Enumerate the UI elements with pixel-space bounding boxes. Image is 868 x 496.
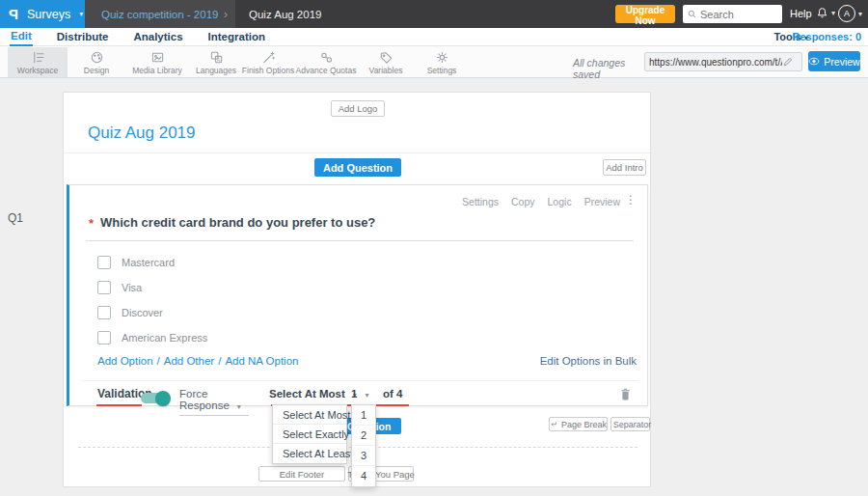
tab-edit[interactable]: Edit — [10, 28, 33, 46]
answer-option-row: Mastercard — [97, 256, 175, 269]
option-checkbox[interactable] — [97, 281, 111, 294]
option-label[interactable]: American Express — [122, 332, 207, 344]
breadcrumb: Quiz competition - 2019 › — [85, 0, 235, 28]
menu-item-select-exactly[interactable]: Select Exactly — [273, 425, 346, 444]
option-label[interactable]: Mastercard — [122, 257, 175, 268]
delete-question-icon[interactable] — [619, 387, 632, 401]
menu-item-select-at-most[interactable]: Select At Most — [273, 405, 346, 425]
page-break-button[interactable]: Page Break — [549, 417, 608, 431]
tab-analytics[interactable]: Analytics — [132, 29, 183, 45]
search-icon — [688, 9, 696, 19]
validation-count-dropdown[interactable]: 1▾ — [351, 388, 368, 400]
edit-footer-button[interactable]: Edit Footer — [258, 466, 345, 482]
tab-integration[interactable]: Integration — [207, 29, 266, 45]
toggle-knob — [155, 391, 171, 406]
questionpro-survey-editor: P Surveys ▾ Quiz competition - 2019 › Qu… — [0, 0, 868, 496]
eye-icon — [808, 57, 820, 66]
surveys-label: Surveys — [27, 8, 70, 21]
topbar: P Surveys ▾ Quiz competition - 2019 › Qu… — [0, 0, 868, 28]
caret-down-icon: ▾ — [831, 9, 835, 17]
account-menu[interactable]: A ▾ — [838, 5, 862, 22]
answer-option-row: Visa — [97, 281, 142, 294]
responses-count[interactable]: Responses: 0 — [792, 31, 861, 42]
menu-item-count-1[interactable]: 1 — [352, 405, 375, 426]
breadcrumb-parent[interactable]: Quiz competition - 2019 — [101, 9, 218, 20]
caret-down-icon: ▾ — [365, 391, 368, 400]
answer-option-row: Discover — [97, 306, 163, 319]
add-logo-button[interactable]: Add Logo — [331, 100, 385, 117]
question-settings-link[interactable]: Settings — [462, 196, 499, 207]
toolbar-item-media-library[interactable]: Media Library — [129, 47, 185, 77]
divider — [64, 152, 650, 153]
breadcrumb-chevron-icon: › — [224, 8, 228, 21]
languages-icon: A — [209, 50, 224, 65]
force-response-dropdown[interactable]: Force Response▾ — [179, 388, 249, 416]
option-checkbox[interactable] — [97, 256, 111, 269]
question-copy-link[interactable]: Copy — [511, 196, 535, 207]
upgrade-now-button[interactable]: Upgrade Now — [615, 5, 675, 23]
svg-text:A: A — [216, 56, 220, 62]
menu-item-count-3[interactable]: 3 — [352, 446, 375, 466]
question-number-label: Q1 — [8, 211, 23, 225]
add-question-button[interactable]: Add Question — [314, 158, 401, 177]
question-card: Settings Copy Logic Preview ⋮ * Which cr… — [67, 184, 648, 406]
tab-distribute[interactable]: Distribute — [56, 29, 110, 45]
option-label[interactable]: Visa — [122, 282, 142, 293]
workspace-icon — [31, 50, 45, 65]
survey-url-box — [644, 52, 802, 71]
bell-icon — [815, 6, 829, 20]
survey-canvas: Q1 Add Logo Quiz Aug 2019 Add Question A… — [0, 78, 868, 496]
validation-toggle[interactable] — [141, 393, 169, 403]
nav-tabs: Edit Distribute Analytics Integration — [10, 28, 266, 46]
question-text-underline — [86, 240, 634, 241]
add-option-link[interactable]: Add Option — [97, 355, 153, 367]
toolbar-item-languages[interactable]: A Languages — [193, 47, 239, 77]
divider — [81, 380, 638, 381]
separator-button[interactable]: Separator — [610, 417, 650, 431]
survey-url-input[interactable] — [649, 57, 782, 68]
option-checkbox[interactable] — [97, 331, 111, 344]
help-link[interactable]: Help — [790, 8, 812, 19]
option-checkbox[interactable] — [97, 306, 111, 319]
toolbar-item-variables[interactable]: Variables — [359, 47, 413, 77]
design-icon — [90, 50, 104, 65]
surveys-menu[interactable]: P Surveys ▾ — [0, 0, 85, 28]
add-na-option-link[interactable]: Add NA Option — [225, 355, 298, 367]
search-input[interactable] — [700, 9, 777, 20]
preview-button[interactable]: Preview — [808, 51, 860, 71]
add-other-link[interactable]: Add Other — [164, 355, 214, 367]
survey-title[interactable]: Quiz Aug 2019 — [88, 124, 196, 143]
add-intro-button[interactable]: Add Intro — [603, 159, 646, 176]
variables-icon — [379, 50, 393, 65]
menu-item-count-2[interactable]: 2 — [352, 426, 375, 446]
toolbar-item-finish-options[interactable]: Finish Options — [237, 47, 299, 77]
option-label[interactable]: Discover — [122, 307, 163, 318]
edit-url-pencil-icon[interactable] — [782, 56, 794, 68]
menu-item-count-4[interactable]: 4 — [352, 466, 375, 486]
edit-options-in-bulk-link[interactable]: Edit Options in Bulk — [540, 355, 637, 367]
toolbar-item-workspace[interactable]: Workspace — [8, 47, 68, 77]
questionpro-logo-icon: P — [9, 6, 18, 22]
more-options-icon[interactable]: ⋮ — [625, 193, 637, 207]
toolbar-item-advance-quotas[interactable]: Advance Quotas — [295, 47, 357, 77]
settings-icon — [435, 50, 449, 65]
caret-down-icon: ▾ — [858, 10, 862, 18]
autosave-status: All changes saved — [573, 57, 640, 80]
menu-item-select-at-least[interactable]: Select At Least — [273, 444, 346, 463]
of-total-label: of 4 — [383, 388, 402, 400]
toolbar-item-settings[interactable]: Settings — [417, 47, 467, 77]
media-library-icon — [150, 50, 165, 65]
question-logic-link[interactable]: Logic — [548, 196, 572, 207]
notifications-menu[interactable]: ▾ — [815, 6, 835, 20]
question-preview-link[interactable]: Preview — [584, 196, 620, 207]
toolbar-item-design[interactable]: Design — [75, 47, 118, 77]
validation-rule-dropdown[interactable]: Select At Most▾ — [269, 388, 357, 400]
question-text[interactable]: Which credit card brand do you prefer to… — [100, 215, 375, 230]
question-actions: Settings Copy Logic Preview — [462, 196, 620, 207]
page-break-icon — [550, 421, 557, 428]
advance-quotas-icon — [319, 50, 334, 65]
required-marker: * — [89, 216, 94, 231]
caret-down-icon: ▾ — [79, 10, 83, 18]
editor-toolbar: Workspace Design Media Library A Languag… — [0, 46, 868, 78]
global-search — [683, 5, 782, 23]
